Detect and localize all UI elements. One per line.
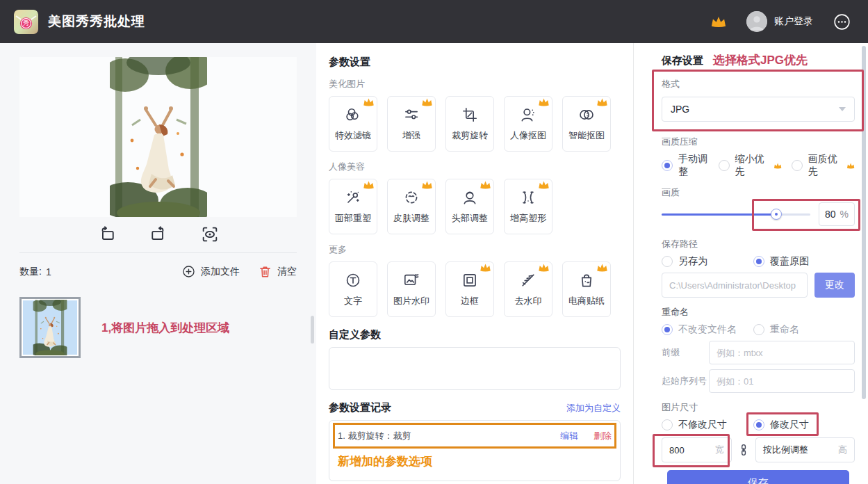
save-path-input[interactable] — [662, 273, 808, 298]
quality-value: 80 — [825, 209, 836, 220]
radio-icon — [719, 160, 730, 171]
prefix-input[interactable] — [709, 341, 855, 364]
radio-selected-icon — [753, 419, 764, 430]
enhance-icon — [402, 106, 420, 124]
crop-rotate-icon — [461, 106, 479, 124]
app-title: 美图秀秀批处理 — [48, 13, 145, 31]
custom-params-textarea[interactable] — [329, 347, 621, 390]
rotate-right-icon — [148, 225, 169, 244]
smart-cutout-button[interactable]: 智能抠图 — [562, 96, 611, 152]
file-panel: 数量: 1 添加文件 清空 — [0, 43, 316, 484]
quality-slider[interactable] — [662, 209, 810, 220]
group-label-portrait: 人像美容 — [329, 161, 621, 173]
change-path-button[interactable]: 更改 — [814, 273, 855, 298]
save-button[interactable]: 保存 — [667, 470, 849, 484]
rotate-left-button[interactable] — [97, 225, 117, 244]
body-shape-icon — [519, 188, 537, 207]
head-adjust-icon — [461, 188, 479, 207]
crown-icon — [421, 97, 433, 107]
save-path-label: 保存路径 — [662, 238, 855, 250]
preview-button[interactable] — [199, 225, 220, 244]
new-param-annotation: 新增加的参数选项 — [338, 453, 612, 469]
preview-eye-icon — [199, 225, 220, 244]
resize-radio[interactable]: 修改尺寸 — [753, 419, 809, 431]
vip-crown-icon[interactable] — [710, 15, 727, 29]
keep-filename-radio[interactable]: 不改变文件名 — [662, 323, 753, 336]
smart-cutout-icon — [578, 106, 596, 124]
slider-fill — [662, 213, 776, 216]
record-edit-link[interactable]: 编辑 — [560, 430, 578, 442]
quality-value-box[interactable]: 80 % — [819, 202, 855, 226]
quality-mode-manual-radio[interactable]: 手动调整 — [662, 153, 709, 178]
slider-thumb[interactable] — [771, 209, 782, 220]
serial-input[interactable] — [709, 369, 855, 393]
border-button[interactable]: 边框 — [445, 261, 494, 317]
portrait-cutout-button[interactable]: 人像抠图 — [504, 96, 552, 152]
clear-button[interactable]: 清空 — [258, 264, 297, 279]
effects-filter-icon — [344, 106, 362, 124]
account-login-button[interactable]: 账户登录 — [746, 11, 813, 32]
skin-adjust-icon — [402, 188, 420, 207]
head-adjust-button[interactable]: 头部调整 — [445, 179, 494, 234]
rotate-right-button[interactable] — [148, 225, 169, 244]
image-thumbnail[interactable] — [19, 297, 81, 358]
more-menu-icon[interactable] — [833, 13, 851, 31]
height-value: 按比例调整 — [763, 444, 808, 456]
add-circle-icon — [181, 264, 196, 279]
crown-icon — [773, 161, 782, 170]
rename-label: 重命名 — [662, 306, 855, 318]
quality-mode-shrink-radio[interactable]: 缩小优先 — [719, 153, 782, 178]
crown-icon — [538, 97, 550, 107]
trash-icon — [258, 264, 272, 279]
left-scrollbar[interactable] — [311, 316, 314, 344]
radio-selected-icon — [662, 324, 673, 335]
crop-rotate-button[interactable]: 裁剪旋转 — [445, 96, 494, 152]
params-panel: 参数设置 美化图片 特效滤镜 增强 — [316, 43, 634, 484]
app-logo-icon: 秀 — [14, 10, 38, 34]
quality-mode-best-radio[interactable]: 画质优先 — [792, 153, 855, 178]
link-ratio-icon[interactable] — [737, 442, 751, 458]
drag-hint-annotation: 1,将图片拖入到处理区域 — [101, 320, 229, 336]
skin-adjust-button[interactable]: 皮肤调整 — [387, 179, 436, 234]
prefix-label: 前缀 — [662, 346, 709, 359]
record-delete-link[interactable]: 删除 — [593, 430, 612, 442]
history-record-row[interactable]: 1. 裁剪旋转：裁剪 编辑 删除 — [338, 425, 612, 447]
radio-icon — [662, 256, 673, 267]
left-divider — [19, 252, 297, 253]
width-suffix: 宽 — [715, 444, 724, 456]
crown-icon — [363, 97, 375, 107]
body-shape-button[interactable]: 增高塑形 — [504, 179, 552, 234]
add-files-button[interactable]: 添加文件 — [181, 264, 240, 279]
thumbnail-image — [31, 300, 69, 355]
text-button[interactable]: 文字 — [329, 261, 377, 317]
format-select[interactable]: JPG — [662, 97, 855, 122]
face-reshape-button[interactable]: 面部重塑 — [329, 179, 377, 234]
save-settings-panel: 保存设置 选择格式JPG优先 格式 JPG 画质压缩 手动调整 — [634, 43, 868, 484]
count-label: 数量: — [19, 266, 42, 278]
rename-radio[interactable]: 重命名 — [753, 323, 799, 336]
overwrite-original-radio[interactable]: 覆盖原图 — [753, 255, 809, 268]
border-icon — [461, 271, 479, 289]
login-label: 账户登录 — [774, 15, 813, 28]
remove-watermark-button[interactable]: 去水印 — [504, 261, 552, 317]
format-value: JPG — [671, 104, 689, 115]
group-label-beautify: 美化图片 — [329, 78, 621, 90]
height-suffix: 高 — [838, 444, 847, 456]
quality-section-label: 画质压缩 — [662, 136, 855, 148]
crown-icon — [596, 97, 608, 107]
keep-size-radio[interactable]: 不修改尺寸 — [662, 419, 753, 431]
right-scrollbar[interactable] — [862, 46, 866, 399]
ecommerce-sticker-button[interactable]: 电商贴纸 — [562, 261, 611, 317]
width-input[interactable]: 800 宽 — [662, 437, 732, 462]
group-label-more: 更多 — [329, 243, 621, 256]
portrait-cutout-icon — [519, 106, 537, 124]
height-input[interactable]: 按比例调整 高 — [755, 437, 855, 462]
effects-filter-button[interactable]: 特效滤镜 — [329, 96, 377, 152]
quality-label: 画质 — [662, 186, 855, 199]
image-watermark-button[interactable]: 图片水印 — [387, 261, 436, 317]
crown-icon — [596, 263, 608, 273]
enhance-button[interactable]: 增强 — [387, 96, 436, 152]
save-as-radio[interactable]: 另存为 — [662, 255, 753, 268]
record-text: 1. 裁剪旋转：裁剪 — [338, 430, 411, 442]
add-as-custom-link[interactable]: 添加为自定义 — [566, 402, 621, 414]
